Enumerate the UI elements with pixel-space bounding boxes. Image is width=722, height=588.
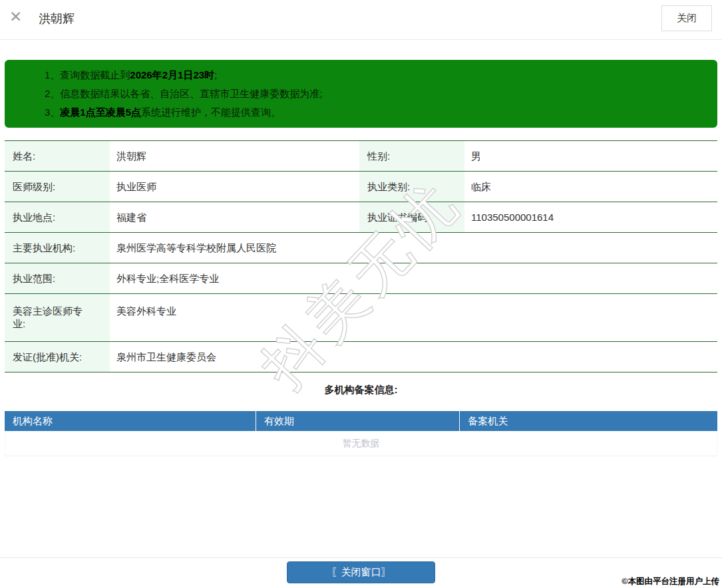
field-label-practice-location: 执业地点: <box>5 202 110 232</box>
field-label-practice-scope: 执业范围: <box>5 263 110 293</box>
notice-banner: 1、查询数据截止到2026年2月1日23时; 2、信息数据结果以各省、自治区、直… <box>5 60 717 128</box>
table-row: 美容主诊医师专业: 美容外科专业 <box>5 294 717 342</box>
field-value-issuing-authority: 泉州市卫生健康委员会 <box>110 342 717 372</box>
table-row: 主要执业机构: 泉州医学高等专科学校附属人民医院 <box>5 233 717 263</box>
field-value-practice-scope: 外科专业;全科医学专业 <box>110 263 717 293</box>
field-label-practice-category: 执业类别: <box>359 172 464 202</box>
field-label-issuing-authority: 发证(批准)机关: <box>5 342 110 372</box>
window-title: 洪朝辉 <box>39 11 75 27</box>
window-titlebar: ✕ 洪朝辉 关闭 <box>0 0 722 40</box>
field-value-certificate-number: 110350500001614 <box>464 202 717 232</box>
notice-line-1: 1、查询数据截止到2026年2月1日23时; <box>45 66 704 84</box>
notice-line-2: 2、信息数据结果以各省、自治区、直辖市卫生健康委数据为准; <box>45 84 704 103</box>
field-label-gender: 性别: <box>359 141 464 171</box>
close-x-icon[interactable]: ✕ <box>9 9 22 25</box>
field-label-name: 姓名: <box>5 141 110 171</box>
records-table: 机构名称 有效期 备案机关 暂无数据 <box>5 411 717 456</box>
field-value-gender: 男 <box>464 141 717 171</box>
table-row: 执业范围: 外科专业;全科医学专业 <box>5 263 717 294</box>
records-table-header: 机构名称 有效期 备案机关 <box>5 411 717 431</box>
table-row: 姓名: 洪朝辉 性别: 男 <box>5 141 717 172</box>
field-label-cosmetic-specialty: 美容主诊医师专业: <box>5 294 110 341</box>
table-row: 发证(批准)机关: 泉州市卫生健康委员会 <box>5 342 717 372</box>
field-value-practice-location: 福建省 <box>110 202 359 232</box>
column-header-institution-name: 机构名称 <box>5 411 256 431</box>
notice-line-3: 3、凌晨1点至凌晨5点系统进行维护，不能提供查询。 <box>45 103 704 122</box>
field-value-doctor-level: 执业医师 <box>110 172 359 202</box>
field-value-cosmetic-specialty: 美容外科专业 <box>110 294 717 341</box>
copyright-text: ©本图由平台注册用户上传 <box>622 576 719 587</box>
records-section-title: 多机构备案信息: <box>0 384 722 396</box>
table-row: 医师级别: 执业医师 执业类别: 临床 <box>5 172 717 202</box>
column-header-validity-period: 有效期 <box>256 411 459 431</box>
field-label-doctor-level: 医师级别: <box>5 172 110 202</box>
footer-bar: 〖关闭窗口〗 <box>0 557 722 588</box>
field-label-certificate-number: 执业证书编码: <box>359 202 464 232</box>
close-window-button[interactable]: 〖关闭窗口〗 <box>287 561 435 583</box>
empty-state-text: 暂无数据 <box>5 431 717 456</box>
close-button[interactable]: 关闭 <box>661 5 712 31</box>
field-value-practice-category: 临床 <box>464 172 717 202</box>
field-value-main-institution: 泉州医学高等专科学校附属人民医院 <box>110 233 717 263</box>
column-header-filing-authority: 备案机关 <box>459 411 717 431</box>
field-label-main-institution: 主要执业机构: <box>5 233 110 263</box>
profile-table: 姓名: 洪朝辉 性别: 男 医师级别: 执业医师 执业类别: 临床 执业地点: … <box>5 140 717 372</box>
table-row: 执业地点: 福建省 执业证书编码: 110350500001614 <box>5 202 717 233</box>
field-value-name: 洪朝辉 <box>110 141 359 171</box>
